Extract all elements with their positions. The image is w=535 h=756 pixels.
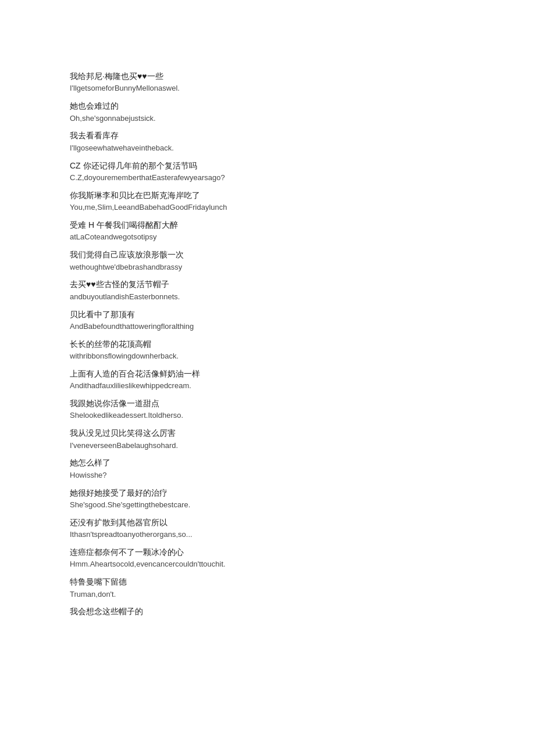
chinese-text: 我去看看库存 — [70, 129, 465, 142]
chinese-text: 我从没见过贝比笑得这么厉害 — [70, 427, 465, 439]
line-block: 我去看看库存I'llgoseewhatwehaveintheback. — [70, 129, 465, 154]
chinese-text: 我给邦尼·梅隆也买♥♥一些 — [70, 70, 465, 83]
chinese-text: 我跟她说你活像一道甜点 — [70, 397, 465, 410]
english-text: atLaCoteandwegotsotipsy — [70, 231, 465, 243]
chinese-text: 特鲁曼嘴下留德 — [70, 575, 465, 588]
chinese-text: 还没有扩散到其他器官所以 — [70, 516, 465, 529]
english-text: wethoughtwe'dbebrashandbrassy — [70, 261, 465, 274]
english-text: Hmm.Aheartsocold,evencancercouldn'ttouch… — [70, 558, 465, 571]
chinese-text: 我会想念这些帽子的 — [70, 605, 465, 618]
main-content: 我给邦尼·梅隆也买♥♥一些I'llgetsomeforBunnyMellonas… — [70, 70, 465, 618]
chinese-text: 她也会难过的 — [70, 99, 465, 112]
english-text: andbuyoutlandishEasterbonnets. — [70, 291, 465, 303]
line-block: 我们觉得自己应该放浪形骸一次wethoughtwe'dbebrashandbra… — [70, 248, 465, 273]
line-block: 她很好她接受了最好的治疗She'sgood.She'sgettingthebes… — [70, 486, 465, 511]
line-block: 你我斯琳李和贝比在巴斯克海岸吃了You,me,Slim,LeeandBabeha… — [70, 189, 465, 214]
english-text: Ithasn'tspreadtoanyotherorgans,so... — [70, 529, 465, 541]
line-block: 长长的丝带的花顶高帽withribbonsflowingdownherback. — [70, 338, 465, 363]
chinese-text: 贝比看中了那顶有 — [70, 308, 465, 321]
line-block: 受难 H 午餐我们喝得酩酊大醉atLaCoteandwegotsotipsy — [70, 218, 465, 243]
english-text: I'veneverseenBabelaughsohard. — [70, 440, 465, 452]
chinese-text: 她怎么样了 — [70, 456, 465, 469]
english-text: Truman,don't. — [70, 589, 465, 601]
line-block: 连癌症都奈何不了一颗冰冷的心Hmm.Aheartsocold,evencance… — [70, 546, 465, 571]
english-text: Howisshe? — [70, 470, 465, 482]
line-block: 她也会难过的Oh,she'sgonnabejustsick. — [70, 99, 465, 124]
english-text: AndBabefoundthattoweringfloralthing — [70, 321, 465, 333]
chinese-text: 受难 H 午餐我们喝得酩酊大醉 — [70, 218, 465, 231]
chinese-text: 连癌症都奈何不了一颗冰冷的心 — [70, 546, 465, 558]
english-text: I'llgoseewhatwehaveintheback. — [70, 142, 465, 155]
chinese-text: 她很好她接受了最好的治疗 — [70, 486, 465, 499]
line-block: 她怎么样了Howisshe? — [70, 456, 465, 481]
line-block: 我从没见过贝比笑得这么厉害I'veneverseenBabelaughsohar… — [70, 427, 465, 452]
english-text: I'llgetsomeforBunnyMellonaswel. — [70, 83, 465, 95]
english-text: Shelookedlikeadessert.Itoldherso. — [70, 410, 465, 422]
english-text: She'sgood.She'sgettingthebestcare. — [70, 499, 465, 511]
line-block: CZ 你还记得几年前的那个复活节吗C.Z,doyourememberthatEa… — [70, 159, 465, 184]
english-text: withribbonsflowingdownherback. — [70, 350, 465, 363]
line-block: 去买♥♥些古怪的复活节帽子andbuyoutlandishEasterbonne… — [70, 278, 465, 303]
english-text: Oh,she'sgonnabejustsick. — [70, 113, 465, 125]
line-block: 我会想念这些帽子的 — [70, 605, 465, 618]
chinese-text: 长长的丝带的花顶高帽 — [70, 338, 465, 350]
chinese-text: CZ 你还记得几年前的那个复活节吗 — [70, 159, 465, 172]
line-block: 上面有人造的百合花活像鲜奶油一样Andithadfauxlilieslikewh… — [70, 367, 465, 392]
english-text: You,me,Slim,LeeandBabehadGoodFridaylunch — [70, 202, 465, 214]
line-block: 特鲁曼嘴下留德Truman,don't. — [70, 575, 465, 600]
line-block: 我给邦尼·梅隆也买♥♥一些I'llgetsomeforBunnyMellonas… — [70, 70, 465, 95]
english-text: C.Z,doyourememberthatEasterafewyearsago? — [70, 172, 465, 184]
chinese-text: 我们觉得自己应该放浪形骸一次 — [70, 248, 465, 261]
chinese-text: 上面有人造的百合花活像鲜奶油一样 — [70, 367, 465, 380]
line-block: 我跟她说你活像一道甜点Shelookedlikeadessert.Itoldhe… — [70, 397, 465, 422]
chinese-text: 你我斯琳李和贝比在巴斯克海岸吃了 — [70, 189, 465, 202]
chinese-text: 去买♥♥些古怪的复活节帽子 — [70, 278, 465, 291]
english-text: Andithadfauxlilieslikewhippedcream. — [70, 380, 465, 392]
line-block: 还没有扩散到其他器官所以Ithasn'tspreadtoanyotherorga… — [70, 516, 465, 541]
line-block: 贝比看中了那顶有AndBabefoundthattoweringfloralth… — [70, 308, 465, 333]
